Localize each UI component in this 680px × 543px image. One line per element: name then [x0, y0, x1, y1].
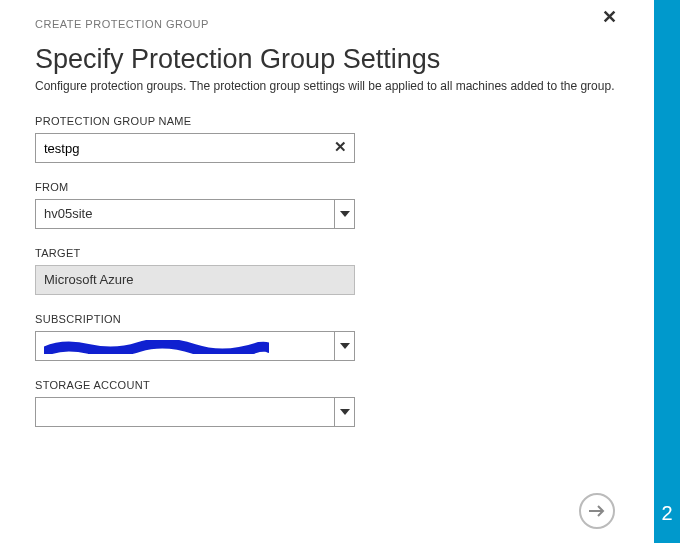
subscription-dropdown-button[interactable] [334, 332, 354, 360]
redacted-content [44, 340, 269, 354]
step-sidebar: 2 [654, 0, 680, 543]
chevron-down-icon [340, 343, 350, 349]
label-subscription: SUBSCRIPTION [35, 313, 655, 325]
page-description: Configure protection groups. The protect… [35, 79, 655, 93]
close-icon: ✕ [334, 138, 347, 155]
label-storage-account: STORAGE ACCOUNT [35, 379, 655, 391]
from-dropdown-button[interactable] [334, 200, 354, 228]
subscription-select-value [36, 332, 332, 360]
label-protection-group-name: PROTECTION GROUP NAME [35, 115, 655, 127]
chevron-down-icon [340, 211, 350, 217]
target-readonly: Microsoft Azure [35, 265, 355, 295]
chevron-down-icon [340, 409, 350, 415]
subscription-select[interactable] [35, 331, 355, 361]
from-select-value: hv05site [36, 200, 332, 227]
page-title: Specify Protection Group Settings [35, 44, 655, 75]
step-number: 2 [654, 502, 680, 525]
breadcrumb: CREATE PROTECTION GROUP [35, 18, 655, 30]
label-from: FROM [35, 181, 655, 193]
protection-group-name-field: ✕ [35, 133, 355, 163]
storage-account-select[interactable] [35, 397, 355, 427]
arrow-right-icon [588, 504, 606, 518]
storage-account-select-value [36, 398, 332, 410]
close-button[interactable]: ✕ [602, 8, 617, 26]
wizard-panel: ✕ CREATE PROTECTION GROUP Specify Protec… [0, 0, 655, 543]
close-icon: ✕ [602, 7, 617, 27]
protection-group-name-input[interactable] [35, 133, 355, 163]
label-target: TARGET [35, 247, 655, 259]
from-select[interactable]: hv05site [35, 199, 355, 229]
storage-account-dropdown-button[interactable] [334, 398, 354, 426]
clear-input-button[interactable]: ✕ [334, 138, 347, 156]
next-button[interactable] [579, 493, 615, 529]
